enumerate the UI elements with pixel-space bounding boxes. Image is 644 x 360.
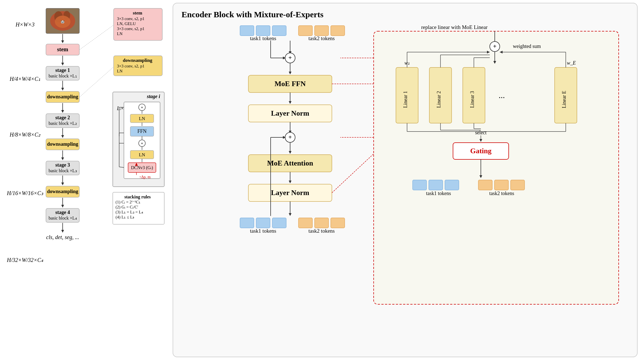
svg-text:stacking rules: stacking rules [124,194,151,200]
svg-line-44 [80,67,114,97]
svg-marker-85 [289,72,292,74]
right-panel: Encoder Block with Mixture-of-Experts ta… [173,3,638,357]
svg-text:DCNv3 (Gᵢ): DCNv3 (Gᵢ) [131,165,153,170]
bot-token-blue-2 [256,218,270,228]
detail-bot-orange-3 [511,180,525,190]
svg-text:3×3 conv, s2, p1: 3×3 conv, s2, p1 [117,64,145,68]
svg-text:downsampling: downsampling [47,189,78,194]
dots-label: ... [499,91,505,100]
detail-bot-orange-1 [478,180,492,190]
left-panel: H×W×3 H/4×W/4×C₁ H/8×W/8×C₂ H/16×W/16×C₃… [0,0,161,360]
svg-text:basic block ×L₃: basic block ×L₃ [48,168,77,173]
layer-norm1-label: Layer Norm [271,109,309,117]
wE-label: w_E [567,60,576,66]
token-orange-1 [298,26,312,36]
detail-bot-orange-2 [494,180,508,190]
task1-bot-label: task1 tokens [250,228,276,234]
svg-text:(1) Cᵢ = 2ⁱ⁻¹C₁: (1) Cᵢ = 2ⁱ⁻¹C₁ [116,200,140,205]
svg-text:stage 3: stage 3 [55,162,70,168]
svg-marker-87 [289,101,292,104]
detail-bot-blue-3 [445,180,459,190]
svg-text:3×3 conv, s2, p1: 3×3 conv, s2, p1 [117,16,145,21]
dim-label-2: H/8×W/8×C₂ [9,132,41,138]
task2-top-label: task2 tokens [308,35,335,41]
svg-text:LN, GELU: LN, GELU [117,21,136,26]
svg-text:+: + [288,54,292,61]
svg-text:downsampling: downsampling [47,141,78,147]
svg-text:LN: LN [117,69,123,73]
encoder-diagram: Encoder Block with Mixture-of-Experts ta… [173,3,633,352]
svg-marker-96 [289,181,292,183]
output-label: cls, det, seg, ... [46,234,79,240]
dim-label-3: H/16×W/16×C₃ [7,190,44,196]
select-label: select [475,130,487,135]
dim-label-0: H×W×3 [15,21,35,28]
stem-label: stem [57,46,68,52]
token-blue-2 [256,26,270,36]
svg-text:basic block ×L₂: basic block ×L₂ [48,121,77,126]
replace-label: replace linear with MoE Linear [421,24,488,30]
svg-text:LN: LN [139,116,145,121]
svg-text:+: + [493,43,497,50]
detail-bot-blue-1 [413,180,427,190]
linearE-label: Linear E [561,91,567,108]
svg-text:(2) Gᵢ = Cᵢ/C': (2) Gᵢ = Cᵢ/C' [116,205,138,210]
svg-marker-34 [61,230,64,233]
svg-marker-13 [61,88,64,91]
svg-text:3×3 conv, s2, p1: 3×3 conv, s2, p1 [117,26,145,31]
linear2-label: Linear 2 [436,91,442,108]
svg-marker-30 [61,205,64,208]
token-orange-2 [315,26,329,36]
bot-token-orange-3 [331,218,345,228]
moe-attention-label: MoE Attention [267,159,313,167]
detail-task2-bot-label: task2 tokens [489,191,514,196]
svg-text:Lᵢ×: Lᵢ× [117,106,124,111]
svg-line-127 [332,154,374,193]
task2-bot-label: task2 tokens [308,228,335,234]
svg-line-40 [80,25,114,50]
svg-marker-16 [61,110,64,113]
svg-text:basic block ×L₄: basic block ×L₄ [48,216,77,220]
svg-marker-23 [61,157,64,160]
svg-text:FFN: FFN [137,128,146,134]
svg-text:stem: stem [133,10,142,16]
gating-label: Gating [470,147,492,155]
detail-bot-blue-2 [429,180,443,190]
linear3-label: Linear 3 [469,91,475,108]
svg-text:stage 4: stage 4 [55,210,70,215]
svg-marker-98 [289,213,292,216]
svg-text:LN: LN [139,152,145,157]
bot-token-blue-1 [240,218,254,228]
svg-text:+: + [288,133,292,140]
arch-diagram: H×W×3 H/4×W/4×C₁ H/8×W/8×C₂ H/16×W/16×C₃… [0,0,167,360]
svg-text:(4) L₁ ≤ L₃: (4) L₁ ≤ L₃ [116,215,134,220]
dim-label-4: H/32×W/32×C₄ [7,257,44,263]
svg-text:LN: LN [117,31,123,36]
dim-label-1: H/4×W/4×C₁ [9,76,41,82]
panel-title: Encoder Block with Mixture-of-Experts [182,10,324,19]
svg-marker-7 [61,40,64,43]
svg-text:basic block ×L₁: basic block ×L₁ [48,74,77,78]
svg-marker-20 [61,135,64,138]
token-blue-1 [240,26,254,36]
svg-text:(3) L₁ = L₂ = L₄: (3) L₁ = L₂ = L₄ [116,210,143,215]
token-orange-3 [331,26,345,36]
svg-marker-94 [289,151,292,154]
svg-text:downsampling: downsampling [47,94,78,99]
svg-text:stage 2: stage 2 [55,115,70,120]
svg-marker-27 [61,183,64,185]
linear1-label: Linear 1 [403,91,408,108]
svg-text:↑Δp, m: ↑Δp, m [139,175,151,179]
token-blue-3 [272,26,286,36]
layer-norm2-label: Layer Norm [271,189,309,197]
detail-task1-bot-label: task1 tokens [426,191,451,196]
bot-token-orange-2 [315,218,329,228]
bot-token-blue-3 [272,218,286,228]
svg-text:🐼: 🐼 [61,20,65,24]
svg-text:downsampling: downsampling [123,58,152,63]
svg-text:stage 1: stage 1 [55,67,70,73]
svg-text:+: + [141,141,143,145]
svg-text:+: + [141,105,143,110]
task1-top-label: task1 tokens [250,35,276,41]
svg-marker-9 [61,63,64,65]
